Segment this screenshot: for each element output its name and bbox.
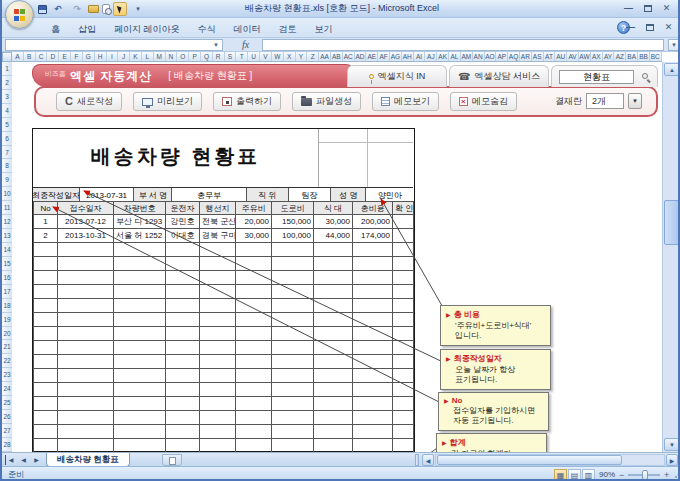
preview-button[interactable]: 미리보기 <box>133 92 202 111</box>
column-header[interactable]: AF <box>378 52 390 61</box>
horizontal-scrollbar-thumb[interactable] <box>437 455 622 465</box>
ribbon-tab-5[interactable]: 데이터 <box>225 21 270 38</box>
save-icon[interactable] <box>38 5 47 14</box>
next-sheet-icon[interactable]: ▶ <box>31 455 42 465</box>
column-header[interactable]: D <box>47 52 59 61</box>
column-header[interactable]: AD <box>355 52 367 61</box>
column-header[interactable]: AR <box>520 52 532 61</box>
column-header[interactable]: AS <box>532 52 544 61</box>
column-header[interactable]: AB <box>331 52 343 61</box>
column-header[interactable]: AL <box>449 52 461 61</box>
column-header[interactable]: AM <box>461 52 473 61</box>
column-header[interactable]: S <box>225 52 237 61</box>
approval-dropdown-icon[interactable]: ▼ <box>628 93 642 109</box>
column-header[interactable]: T <box>236 52 248 61</box>
ribbon-tab-7[interactable]: 보기 <box>306 21 342 38</box>
page-break-view-icon[interactable]: ▥ <box>582 469 595 480</box>
zoom-slider[interactable] <box>628 474 660 476</box>
column-header[interactable]: Z <box>307 52 319 61</box>
row-header[interactable]: 7 <box>2 146 12 160</box>
row-header[interactable]: 13 <box>2 229 12 243</box>
minimize-button[interactable]: — <box>621 3 636 14</box>
row-header[interactable]: 16 <box>2 271 12 285</box>
ribbon-tab-6[interactable]: 검토 <box>270 21 306 38</box>
column-header[interactable]: E <box>59 52 71 61</box>
row-header[interactable]: 27 <box>2 424 12 438</box>
column-header[interactable]: AN <box>473 52 485 61</box>
row-header[interactable]: 10 <box>2 187 12 201</box>
restore-button[interactable] <box>640 3 655 14</box>
column-header[interactable]: AZ <box>614 52 626 61</box>
row-header[interactable]: 5 <box>2 118 12 132</box>
resize-grip[interactable] <box>673 472 680 480</box>
column-header[interactable]: AP <box>496 52 508 61</box>
search-input[interactable] <box>559 70 634 84</box>
row-header[interactable]: 23 <box>2 368 12 382</box>
scroll-right-icon[interactable]: ▶ <box>666 454 678 466</box>
row-header[interactable]: 12 <box>2 215 12 229</box>
memo-show-button[interactable]: 메모보기 <box>372 92 439 111</box>
row-header[interactable]: 19 <box>2 313 12 327</box>
zoom-in-icon[interactable]: + <box>664 470 669 480</box>
column-header[interactable]: Y <box>296 52 308 61</box>
workbook-restore-button[interactable] <box>642 22 657 33</box>
column-header[interactable]: AJ <box>425 52 437 61</box>
scroll-up-icon[interactable]: ▲ <box>664 63 680 76</box>
zoom-level[interactable]: 90% <box>599 470 615 479</box>
column-header[interactable]: W <box>272 52 284 61</box>
column-header[interactable]: AI <box>414 52 426 61</box>
column-header[interactable]: Q <box>201 52 213 61</box>
print-button[interactable]: 출력하기 <box>213 92 281 111</box>
select-all-corner[interactable] <box>2 52 12 62</box>
close-button[interactable]: ✕ <box>659 3 674 14</box>
column-header[interactable]: AO <box>485 52 497 61</box>
horizontal-scrollbar[interactable] <box>435 454 665 466</box>
column-header[interactable]: AK <box>437 52 449 61</box>
name-box-dropdown-icon[interactable]: ▼ <box>211 41 221 50</box>
column-header[interactable]: AY <box>603 52 615 61</box>
row-header[interactable]: 28 <box>2 438 12 452</box>
column-header[interactable]: B <box>24 52 36 61</box>
row-header[interactable]: 22 <box>2 354 12 368</box>
row-header[interactable]: 24 <box>2 382 12 396</box>
column-header[interactable]: A <box>12 52 24 61</box>
column-header[interactable]: I <box>107 52 119 61</box>
column-header[interactable]: U <box>248 52 260 61</box>
row-header[interactable]: 21 <box>2 340 12 354</box>
memo-hide-button[interactable]: ×메모숨김 <box>450 92 517 111</box>
ribbon-tab-2[interactable]: 삽입 <box>69 21 105 38</box>
scroll-down-icon[interactable]: ▼ <box>664 438 680 451</box>
undo-icon[interactable]: ↶ <box>50 2 66 16</box>
row-header[interactable]: 4 <box>2 104 12 118</box>
workbook-minimize-button[interactable]: — <box>623 22 638 33</box>
sheet-tab[interactable]: 배송차량 현황표 <box>46 453 130 467</box>
ribbon-tab-1[interactable]: 홈 <box>42 21 69 38</box>
row-header[interactable]: 3 <box>2 90 12 104</box>
scroll-left-icon[interactable]: ◀ <box>422 454 434 466</box>
row-header[interactable]: 18 <box>2 299 12 313</box>
worksheet-grid[interactable]: 비즈폼 엑셀 자동계산 [ 배송차량 현황표 ] 엑셀지식 IN ☎ 엑셀상담 … <box>12 62 662 452</box>
column-header[interactable]: G <box>83 52 95 61</box>
column-header[interactable]: M <box>154 52 166 61</box>
column-header[interactable]: AW <box>579 52 591 61</box>
first-sheet-icon[interactable]: ◀ <box>5 455 16 465</box>
file-create-button[interactable]: 파일생성 <box>292 92 361 111</box>
column-header[interactable]: BC <box>650 52 662 61</box>
column-header[interactable]: BB <box>638 52 650 61</box>
column-header[interactable]: AV <box>567 52 579 61</box>
name-box[interactable]: ▼ <box>5 39 223 51</box>
column-header[interactable]: H <box>95 52 107 61</box>
page-layout-view-icon[interactable]: ▤ <box>568 469 581 480</box>
approval-count-value[interactable]: 2개 <box>586 93 624 109</box>
insert-sheet-tab[interactable] <box>162 454 182 466</box>
tab-excel-support[interactable]: ☎ 엑셀상담 서비스 <box>449 65 549 87</box>
column-header[interactable]: V <box>260 52 272 61</box>
office-button[interactable] <box>5 0 34 29</box>
ribbon-tab-4[interactable]: 수식 <box>189 21 225 38</box>
column-header[interactable]: AC <box>343 52 355 61</box>
column-header[interactable]: K <box>130 52 142 61</box>
row-header[interactable]: 11 <box>2 201 12 215</box>
column-header[interactable]: AX <box>591 52 603 61</box>
search-icon[interactable] <box>642 73 648 79</box>
column-header[interactable]: L <box>142 52 154 61</box>
